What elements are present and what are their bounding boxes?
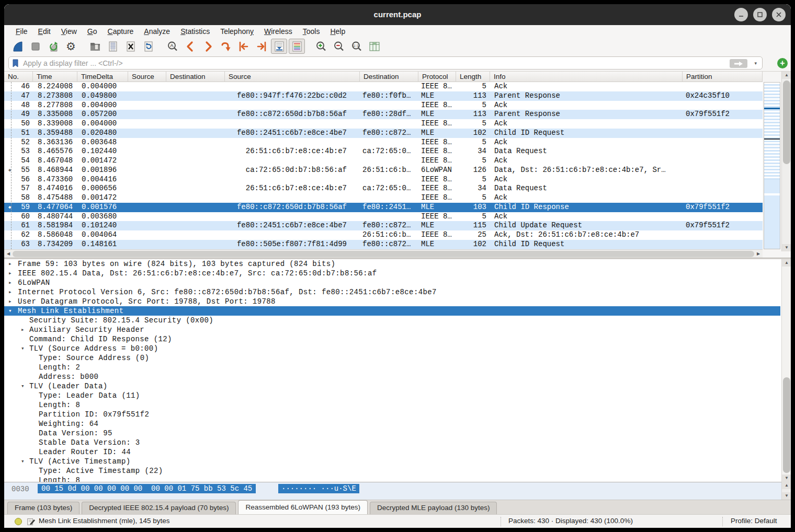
hex-bytes-selected[interactable]: 00 15 0d 00 00 00 00 00 00 00 01 75 bb 5… <box>38 484 256 493</box>
packet-minimap[interactable] <box>764 82 780 249</box>
packet-row-60[interactable]: 608.4807440.003680IEEE 8…5Ack <box>4 212 763 222</box>
menu-capture[interactable]: Capture <box>103 26 139 37</box>
scroll-right-arrow[interactable]: ▶ <box>755 250 762 258</box>
stop-capture-button[interactable] <box>27 39 43 54</box>
menu-tools[interactable]: Tools <box>298 26 325 37</box>
menu-view[interactable]: View <box>56 26 82 37</box>
byte-tab-2[interactable]: Reassembled 6LoWPAN (193 bytes) <box>238 500 368 514</box>
last-packet-button[interactable] <box>253 39 269 54</box>
titlebar[interactable]: current.pcap <box>4 4 791 25</box>
zoom-original-button[interactable]: 1:1 <box>348 39 365 54</box>
go-to-packet-button[interactable] <box>218 39 234 54</box>
menu-edit[interactable]: Edit <box>33 26 56 37</box>
packet-row-53[interactable]: 538.4655760.10244026:51:c6:b7:e8:ce:4b:e… <box>4 147 763 156</box>
packet-row-59[interactable]: ◆598.4770640.001576fe80::c872:650d:b7b8:… <box>4 203 763 212</box>
detail-row[interactable]: ▸IEEE 802.15.4 Data, Dst: 26:51:c6:b7:e8… <box>4 269 780 278</box>
packet-row-56[interactable]: 568.4733600.004416IEEE 8…5Ack <box>4 175 763 184</box>
detail-row[interactable]: Type: Active Timestamp (22) <box>4 466 780 476</box>
restart-capture-button[interactable] <box>45 39 61 54</box>
save-file-button[interactable] <box>105 39 121 54</box>
detail-row[interactable]: ▸Auxiliary Security Header <box>4 325 780 334</box>
packet-row-47[interactable]: 478.2738080.049800fe80::947f:f476:22bc:c… <box>4 91 763 101</box>
expand-arrow-icon[interactable]: ▸ <box>8 297 12 306</box>
packet-row-54[interactable]: 548.4670480.001472IEEE 8…5Ack <box>4 156 763 166</box>
detail-row[interactable]: ▾TLV (Source Address = b0:00) <box>4 344 780 353</box>
packet-row-50[interactable]: 508.3390080.004000IEEE 8…5Ack <box>4 119 763 129</box>
expand-arrow-icon[interactable]: ▸ <box>8 259 12 269</box>
packet-list-vscrollbar[interactable]: ▲ ▼ <box>781 72 791 251</box>
detail-row[interactable]: ▸Internet Protocol Version 6, Src: fe80:… <box>4 287 780 297</box>
add-filter-button[interactable]: + <box>777 58 788 68</box>
packet-row-58[interactable]: 588.4754880.001472IEEE 8…5Ack <box>4 193 763 203</box>
packet-row-61[interactable]: 618.5819840.101240fe80::2451:c6b7:e8ce:4… <box>4 221 763 230</box>
detail-row[interactable]: Type: Source Address (0) <box>4 353 780 363</box>
resize-columns-button[interactable] <box>366 39 382 54</box>
collapse-arrow-icon[interactable]: ▾ <box>21 344 25 353</box>
expand-arrow-icon[interactable]: ▸ <box>8 287 12 297</box>
packet-row-48[interactable]: 488.2778080.004000IEEE 8…5Ack <box>4 101 763 110</box>
hex-ascii-selected[interactable]: ········ ···u·S\E <box>278 484 359 493</box>
maximize-button[interactable] <box>753 8 767 21</box>
scrollbar-thumb[interactable] <box>783 377 790 473</box>
auto-scroll-button[interactable] <box>271 39 287 54</box>
packet-bytes-pane[interactable]: 0030 00 15 0d 00 00 00 00 00 00 00 01 75… <box>4 482 791 500</box>
byte-tab-3[interactable]: Decrypted MLE payload (130 bytes) <box>370 502 497 514</box>
capture-options-button[interactable]: ⚙ <box>63 39 79 54</box>
detail-row[interactable]: Type: Leader Data (11) <box>4 391 780 400</box>
column-header-destination[interactable]: Destination <box>166 72 225 82</box>
packet-row-46[interactable]: 468.2240080.004000IEEE 8…5Ack <box>4 82 763 91</box>
column-header-timedelta[interactable]: TimeDelta <box>77 72 128 82</box>
detail-row[interactable]: Leader Router ID: 44 <box>4 447 780 457</box>
menu-file[interactable]: File <box>10 26 33 37</box>
menu-go[interactable]: Go <box>82 26 103 37</box>
detail-row[interactable]: Command: Child ID Response (12) <box>4 334 780 344</box>
first-packet-button[interactable] <box>235 39 252 54</box>
minimize-button[interactable] <box>734 8 748 21</box>
detail-row[interactable]: Stable Data Version: 3 <box>4 438 780 447</box>
close-file-button[interactable] <box>122 39 139 54</box>
detail-row[interactable]: Data Version: 95 <box>4 429 780 438</box>
reload-file-button[interactable] <box>140 39 156 54</box>
scroll-down-arrow[interactable]: ▼ <box>782 244 791 251</box>
scroll-left-arrow[interactable]: ◀ <box>5 250 12 258</box>
packet-row-52[interactable]: 528.3631360.003648IEEE 8…5Ack <box>4 138 763 147</box>
scroll-up-arrow[interactable]: ▲ <box>782 72 791 79</box>
column-header-no[interactable]: No. <box>4 72 33 82</box>
filter-bookmark-icon[interactable] <box>12 59 20 68</box>
detail-row[interactable]: ▸Frame 59: 103 bytes on wire (824 bits),… <box>4 259 780 269</box>
detail-row[interactable]: Security Suite: 802.15.4 Security (0x00) <box>4 316 780 325</box>
status-profile[interactable]: Profile: Default <box>731 517 777 525</box>
scrollbar-thumb[interactable] <box>783 80 790 164</box>
zoom-out-button[interactable] <box>331 39 347 54</box>
packet-row-57[interactable]: 578.4740160.00065626:51:c6:b7:e8:ce:4b:e… <box>4 184 763 193</box>
menu-analyze[interactable]: Analyze <box>139 26 175 37</box>
packet-row-63[interactable]: 638.7342090.148161fe80::505e:f807:7f81:4… <box>4 240 763 249</box>
zoom-in-button[interactable] <box>313 39 329 54</box>
detail-row[interactable]: Partition ID: 0x79f551f2 <box>4 410 780 419</box>
column-header-source[interactable]: Source <box>225 72 360 82</box>
packet-row-49[interactable]: 498.3350080.057200fe80::c872:650d:b7b8:5… <box>4 110 763 119</box>
capture-comment-icon[interactable] <box>26 517 36 526</box>
column-header-destination[interactable]: Destination <box>360 72 418 82</box>
byte-tab-1[interactable]: Decrypted IEEE 802.15.4 payload (70 byte… <box>82 502 236 514</box>
byte-tab-0[interactable]: Frame (103 bytes) <box>7 502 80 514</box>
collapse-arrow-icon[interactable]: ▾ <box>21 457 25 466</box>
colorize-button[interactable] <box>289 39 305 54</box>
detail-row[interactable]: Weighting: 64 <box>4 419 780 429</box>
detail-row[interactable]: Length: 8 <box>4 400 780 410</box>
collapse-arrow-icon[interactable]: ▾ <box>21 381 25 391</box>
menu-telephony[interactable]: Telephony <box>215 26 259 37</box>
column-header-source[interactable]: Source <box>128 72 166 82</box>
column-header-length[interactable]: Length <box>456 72 490 82</box>
column-header-partition[interactable]: Partition <box>683 72 763 82</box>
start-capture-button[interactable] <box>9 39 26 54</box>
find-packet-button[interactable]: A <box>164 39 180 54</box>
expert-info-icon[interactable] <box>15 518 22 525</box>
packet-row-62[interactable]: 628.5860480.00406426:51:c6:b…IEEE 8…25Ac… <box>4 230 763 240</box>
bytes-vscrollbar[interactable]: ▲ ▼ <box>781 482 791 500</box>
go-back-button[interactable] <box>182 39 198 54</box>
display-filter-input[interactable]: Apply a display filter ... <Ctrl-/> ▾ <box>8 56 763 70</box>
detail-vscrollbar[interactable]: ▲ ▼ <box>781 259 791 482</box>
detail-row[interactable]: ▸User Datagram Protocol, Src Port: 19788… <box>4 297 780 306</box>
column-header-protocol[interactable]: Protocol <box>418 72 456 82</box>
